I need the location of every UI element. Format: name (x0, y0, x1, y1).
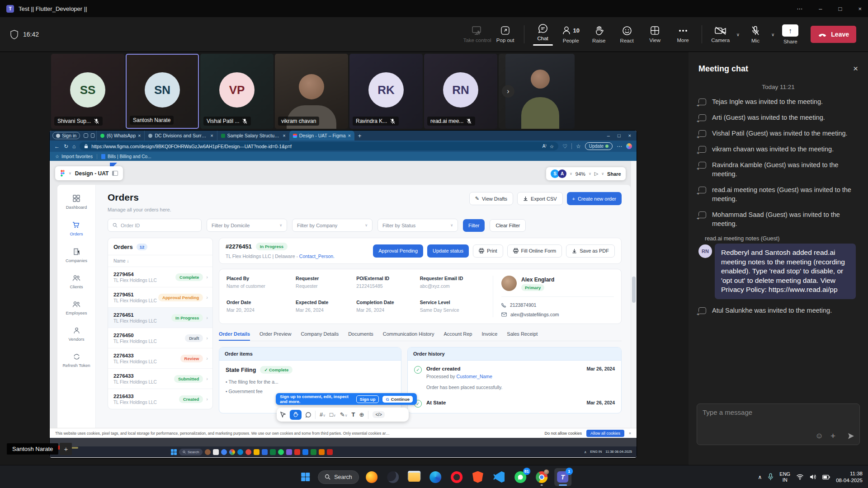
figma-file-name[interactable]: Design - UAT (75, 170, 108, 177)
filter-company-select[interactable]: Filter by Company∨ (292, 219, 373, 232)
raise-hand-button[interactable]: Raise (585, 26, 613, 43)
tray-chevron-icon[interactable]: ∧ (758, 474, 762, 480)
browser-tab-active[interactable]: Design - UAT – Figma× (289, 131, 354, 141)
people-button[interactable]: 10 People (557, 26, 585, 43)
tab-invoice[interactable]: Invoice (481, 331, 497, 341)
mini-app-icon[interactable] (213, 449, 219, 455)
update-button[interactable]: Update (585, 142, 613, 150)
back-icon[interactable]: ← (54, 143, 60, 150)
send-icon[interactable] (847, 432, 855, 440)
tiles-scroll-right-button[interactable]: › (502, 85, 514, 98)
comment-tool-icon[interactable] (306, 412, 311, 418)
start-button[interactable] (297, 468, 314, 486)
mini-app-icon[interactable] (262, 449, 268, 455)
order-row[interactable]: 2276433TL Flex Holdings LLC Review › (108, 348, 212, 368)
tab-documents[interactable]: Documents (348, 331, 373, 341)
window-close-icon[interactable]: × (858, 5, 862, 12)
mini-app-icon[interactable] (311, 449, 316, 455)
chrome-icon[interactable] (533, 468, 550, 486)
language-indicator[interactable]: ENGIN (779, 471, 790, 483)
filter-domicile-select[interactable]: Filter by Domicile∨ (207, 219, 287, 232)
mic-options-chevron[interactable]: ∨ (771, 32, 774, 37)
read-aloud-icon[interactable]: A⁾ (542, 144, 547, 149)
approval-pending-button[interactable]: Approval Pending (373, 244, 423, 258)
sidebar-item-clients[interactable]: Clients (70, 275, 83, 289)
contact-person-link[interactable]: Contact_Person. (299, 253, 335, 259)
chat-close-icon[interactable]: × (853, 64, 858, 74)
sidebar-item-vendors[interactable]: Vendors (69, 327, 85, 342)
sidebar-item-refresh-token[interactable]: Refresh Token (62, 353, 90, 368)
customer-name-link[interactable]: Customer_Name (457, 374, 492, 379)
file-menu-chevron[interactable]: ∨ (69, 171, 71, 175)
mic-button[interactable]: Mic (741, 26, 769, 43)
component-tool[interactable]: ⊕ (359, 411, 364, 418)
tab-order-details[interactable]: Order Details (219, 331, 250, 341)
camera-options-chevron[interactable]: ∨ (736, 32, 740, 37)
dark-app-icon[interactable] (384, 468, 401, 486)
spotlight-video-tile[interactable] (505, 54, 575, 129)
order-row-selected[interactable]: 2276451TL Flex Holdings LLC In Progress … (108, 307, 212, 328)
view-button[interactable]: View (641, 26, 669, 43)
order-row[interactable]: 2276450TL Flex Holdings LLC Draft › (108, 328, 212, 348)
clear-filter-button[interactable]: Clear Filter (490, 219, 526, 232)
mini-app-icon[interactable] (270, 449, 276, 455)
participant-tile-video[interactable]: vikram chavan (275, 54, 348, 129)
filter-status-select[interactable]: Filter by Status∨ (377, 219, 458, 232)
mini-app-icon[interactable] (286, 449, 292, 455)
chat-button[interactable]: Chat (529, 23, 557, 46)
tab-close-icon[interactable]: × (138, 133, 141, 138)
figma-share-button[interactable]: Share (607, 171, 621, 177)
list-sort-header[interactable]: Name ↓ (108, 255, 212, 267)
participant-tile-active-speaker[interactable]: SN Santosh Narate (126, 54, 199, 129)
tab-communication-history[interactable]: Communication History (383, 331, 434, 341)
tab-close-icon[interactable]: × (348, 133, 351, 138)
contact-phone[interactable]: 2123874901 (510, 302, 536, 308)
tab-account-rep[interactable]: Account Rep (444, 331, 472, 341)
tab-close-icon[interactable]: × (210, 133, 213, 138)
frame-tool[interactable]: #∨ (320, 411, 326, 418)
teams-taskbar-icon[interactable]: T 1 (554, 468, 571, 486)
clock[interactable]: 11:38 08-04-2025 (836, 470, 863, 484)
sign-up-button[interactable]: Sign up (356, 395, 379, 403)
browser-tab[interactable]: (6) WhatsApp× (96, 131, 144, 141)
mini-start-button[interactable] (171, 449, 177, 455)
order-id-search-input[interactable]: Order ID (108, 219, 202, 232)
volume-icon[interactable] (810, 474, 816, 480)
order-row[interactable]: 2279454TL Flex Holdings LLC Complete › (108, 267, 212, 287)
tab-actions-icon[interactable] (84, 133, 88, 138)
update-status-button[interactable]: Update status (427, 244, 469, 258)
zoom-chevron[interactable]: ∨ (589, 172, 591, 176)
move-tool-icon[interactable] (280, 412, 286, 418)
cookie-close-icon[interactable]: × (629, 431, 631, 436)
mini-app-icon[interactable] (254, 449, 259, 455)
sidebar-item-employees[interactable]: Employees (66, 301, 87, 315)
browser-close-icon[interactable]: × (628, 133, 631, 138)
browser-tab[interactable]: DC Divisions and Surroundings× (144, 131, 217, 141)
page-scrollbar[interactable] (631, 161, 637, 438)
contact-email[interactable]: alex@vstatefilings.com (510, 312, 559, 317)
browser-menu-icon[interactable]: ⋯ (617, 143, 622, 150)
file-explorer-icon[interactable] (406, 468, 423, 486)
favorite-star-icon[interactable]: ☆ (550, 144, 554, 149)
refresh-icon[interactable]: ↻ (64, 143, 68, 150)
copilot-icon[interactable] (626, 143, 632, 149)
mini-app-icon[interactable] (294, 449, 300, 455)
more-button[interactable]: More (669, 26, 697, 43)
react-button[interactable]: React (613, 26, 641, 43)
allow-cookies-button[interactable]: Allow all cookies (586, 430, 624, 437)
leave-button[interactable]: Leave (811, 26, 856, 43)
vertical-tabs-icon[interactable] (91, 133, 94, 138)
mini-app-icon[interactable] (221, 449, 227, 455)
tab-company-details[interactable]: Company Details (301, 331, 339, 341)
layout-panel-icon[interactable] (112, 171, 118, 176)
new-tab-button[interactable]: + (358, 132, 362, 139)
scrollbar-thumb[interactable] (632, 277, 636, 303)
chat-message-input[interactable] (703, 408, 854, 416)
mini-app-icon[interactable] (278, 449, 284, 455)
mini-app-icon[interactable] (302, 449, 308, 455)
save-as-pdf-button[interactable]: Save as PDF (566, 244, 615, 258)
view-drafts-button[interactable]: ✎View Drafts (469, 192, 513, 205)
mini-search-box[interactable]: Search (179, 449, 203, 455)
participant-tile[interactable]: SS Shivani Sup... (51, 54, 124, 129)
browser-essentials-icon[interactable]: ♡ (562, 143, 567, 150)
